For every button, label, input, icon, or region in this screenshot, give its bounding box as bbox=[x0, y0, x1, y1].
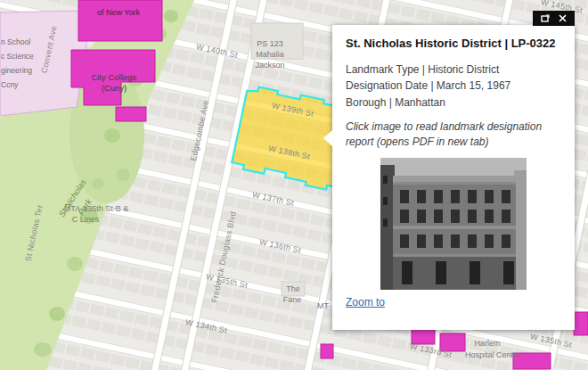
label-harlem-hospital-1: Harlem bbox=[474, 339, 500, 348]
label-mt-fragment: MT bbox=[317, 301, 329, 310]
popup-fields: Landmark Type | Historic District Design… bbox=[346, 62, 561, 111]
zoom-to-link[interactable]: Zoom to bbox=[346, 296, 385, 308]
label-of-new-york: of New York bbox=[97, 8, 141, 17]
landmark-photo[interactable] bbox=[380, 158, 527, 290]
popup-note: Click image to read landmark designation… bbox=[346, 119, 561, 151]
label-campus-frag-2: c Science bbox=[1, 52, 34, 61]
map-app: of New York n School c Science gineering… bbox=[0, 0, 588, 370]
popup-panel: St. Nicholas Historic District | LP-0322… bbox=[332, 25, 575, 330]
label-fane-1: The bbox=[286, 284, 300, 293]
popup-title: St. Nicholas Historic District | LP-0322 bbox=[346, 37, 561, 52]
label-fane-2: Fane bbox=[283, 295, 302, 304]
field-landmark-type: Landmark Type | Historic District bbox=[346, 62, 561, 78]
label-mta-1: MTA-135th St-B & bbox=[64, 204, 128, 213]
label-campus-frag-1: n School bbox=[1, 37, 30, 46]
label-city-college-2: (Cuny) bbox=[102, 83, 127, 93]
label-ps123-3: Jackson bbox=[255, 61, 284, 70]
field-designation-date: Designation Date | March 15, 1967 bbox=[346, 78, 561, 95]
popup: St. Nicholas Historic District | LP-0322… bbox=[332, 11, 575, 330]
label-campus-frag-4: Ccny bbox=[1, 80, 19, 89]
label-harlem-hospital-2: Hospital Center bbox=[465, 350, 520, 359]
label-ps123-1: PS 123 bbox=[257, 39, 283, 48]
label-campus-frag-3: gineering bbox=[1, 66, 32, 75]
label-city-college-1: City College bbox=[91, 72, 136, 82]
popup-toolbar bbox=[533, 11, 575, 26]
close-icon[interactable] bbox=[558, 13, 568, 23]
popup-pointer bbox=[323, 130, 332, 146]
label-mta-2: C Lines bbox=[72, 215, 100, 224]
field-borough: Borough | Manhattan bbox=[346, 95, 561, 111]
label-ps123-2: Mahalia bbox=[256, 50, 284, 59]
maximize-icon[interactable] bbox=[540, 13, 550, 23]
